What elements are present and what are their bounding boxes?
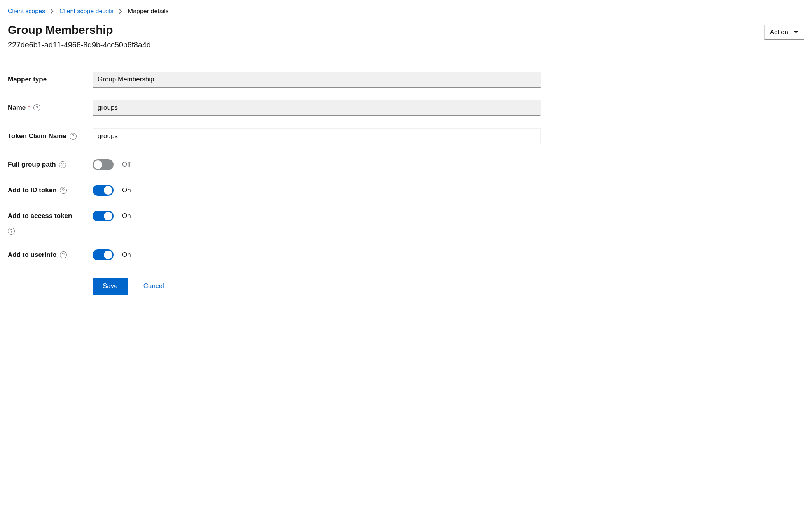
mapper-form: Mapper type Name * ? Token Claim Name ? xyxy=(8,72,541,295)
token-claim-name-input[interactable] xyxy=(93,128,541,144)
full-group-path-label-text: Full group path xyxy=(8,161,56,169)
breadcrumb-client-scope-details[interactable]: Client scope details xyxy=(60,8,114,15)
mapper-type-label: Mapper type xyxy=(8,72,93,83)
name-row: Name * ? xyxy=(8,100,541,116)
required-indicator: * xyxy=(28,104,30,112)
cancel-button[interactable]: Cancel xyxy=(144,282,164,290)
mapper-type-row: Mapper type xyxy=(8,72,541,88)
page-title: Group Membership xyxy=(8,23,151,37)
mapper-type-label-text: Mapper type xyxy=(8,76,47,83)
token-claim-name-label: Token Claim Name ? xyxy=(8,128,93,140)
help-icon[interactable]: ? xyxy=(33,104,40,111)
help-icon[interactable]: ? xyxy=(60,251,67,258)
name-label: Name * ? xyxy=(8,100,93,112)
help-icon[interactable]: ? xyxy=(70,133,77,140)
full-group-path-label: Full group path ? xyxy=(8,157,93,169)
toggle-knob xyxy=(94,160,102,169)
chevron-right-icon xyxy=(51,9,54,14)
token-claim-name-label-text: Token Claim Name xyxy=(8,132,66,140)
add-to-userinfo-toggle[interactable] xyxy=(93,249,114,260)
breadcrumb: Client scopes Client scope details Mappe… xyxy=(8,8,804,15)
form-actions: Save Cancel xyxy=(93,278,541,295)
add-to-id-token-state: On xyxy=(122,186,131,194)
help-icon[interactable]: ? xyxy=(60,187,67,194)
mapper-uuid: 227de6b1-ad11-4966-8d9b-4cc50b6f8a4d xyxy=(8,40,151,49)
breadcrumb-client-scopes[interactable]: Client scopes xyxy=(8,8,45,15)
add-to-access-token-row: Add to access token ? On xyxy=(8,208,541,235)
add-to-id-token-toggle[interactable] xyxy=(93,185,114,196)
add-to-id-token-label: Add to ID token ? xyxy=(8,183,93,194)
caret-down-icon xyxy=(794,31,798,34)
save-button[interactable]: Save xyxy=(93,278,128,295)
full-group-path-state: Off xyxy=(122,161,131,169)
name-label-text: Name xyxy=(8,104,26,112)
add-to-id-token-label-text: Add to ID token xyxy=(8,186,57,194)
add-to-access-token-label: Add to access token ? xyxy=(8,208,93,235)
add-to-userinfo-label-text: Add to userinfo xyxy=(8,251,57,259)
divider xyxy=(0,59,812,59)
help-icon[interactable]: ? xyxy=(8,228,15,235)
full-group-path-toggle[interactable] xyxy=(93,159,114,170)
full-group-path-row: Full group path ? Off xyxy=(8,157,541,170)
help-icon[interactable]: ? xyxy=(59,161,66,168)
add-to-userinfo-row: Add to userinfo ? On xyxy=(8,247,541,260)
add-to-access-token-toggle[interactable] xyxy=(93,211,114,221)
breadcrumb-current: Mapper details xyxy=(128,8,169,15)
add-to-userinfo-label: Add to userinfo ? xyxy=(8,247,93,259)
toggle-knob xyxy=(104,212,112,220)
toggle-knob xyxy=(104,251,112,259)
add-to-id-token-row: Add to ID token ? On xyxy=(8,183,541,196)
name-input xyxy=(93,100,541,116)
toggle-knob xyxy=(104,186,112,195)
action-label: Action xyxy=(770,28,788,36)
action-dropdown-button[interactable]: Action xyxy=(764,25,804,40)
add-to-access-token-state: On xyxy=(122,212,131,220)
mapper-type-input xyxy=(93,72,541,88)
add-to-userinfo-state: On xyxy=(122,251,131,259)
add-to-access-token-label-text: Add to access token xyxy=(8,212,72,220)
page-header: Group Membership 227de6b1-ad11-4966-8d9b… xyxy=(8,23,804,49)
chevron-right-icon xyxy=(119,9,122,14)
token-claim-name-row: Token Claim Name ? xyxy=(8,128,541,144)
